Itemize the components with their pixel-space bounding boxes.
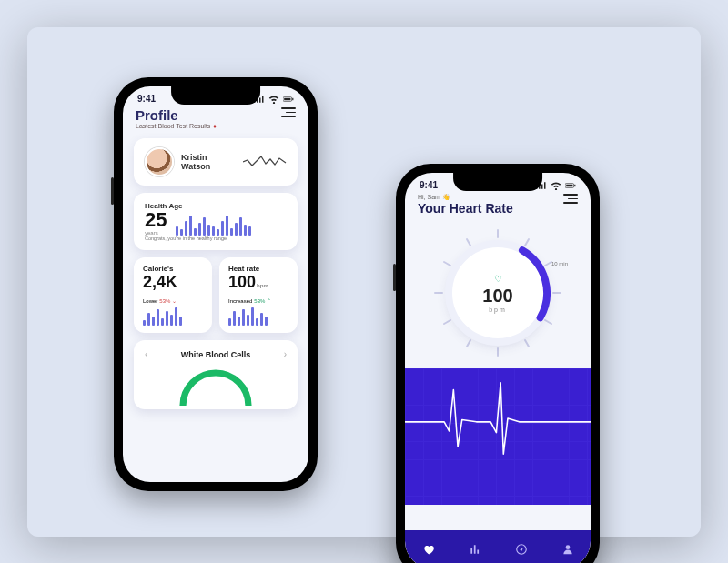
subtitle-text: Lastest Blood Test Results bbox=[136, 123, 210, 129]
blood-drop-icon: ♦ bbox=[213, 123, 217, 129]
svg-rect-5 bbox=[574, 184, 575, 186]
health-age-value-block: 25 years bbox=[145, 210, 167, 236]
heart-rate-unit: bpm bbox=[257, 283, 268, 288]
status-icons bbox=[536, 181, 576, 190]
nav-user[interactable] bbox=[554, 536, 581, 563]
chevron-up-icon: ⌃ bbox=[267, 297, 271, 304]
wbc-next-button[interactable]: › bbox=[284, 349, 287, 359]
nav-compass[interactable] bbox=[508, 536, 535, 563]
heart-rate-label: Heat rate bbox=[228, 265, 288, 273]
header-text: Hi, Sam 👋 Your Heart Rate bbox=[418, 194, 513, 216]
screen-heart-rate: 9:41 Hi, Sam 👋 Your Heart Rate bbox=[405, 173, 591, 563]
notch bbox=[171, 86, 260, 105]
svg-point-19 bbox=[442, 237, 553, 348]
status-time: 9:41 bbox=[420, 180, 438, 190]
heart-rate-value: 100 bbox=[228, 273, 256, 292]
avatar bbox=[145, 147, 174, 176]
status-icons bbox=[254, 95, 294, 104]
wifi-icon bbox=[551, 181, 561, 190]
calories-card[interactable]: Calorie's 2,4K Lower 53% ⌄ bbox=[134, 257, 212, 333]
phone-profile: 9:41 Profile Lastest Blood Test Results … bbox=[114, 77, 318, 491]
wbc-prev-button[interactable]: ‹ bbox=[145, 349, 147, 359]
wifi-icon bbox=[268, 95, 279, 104]
chevron-down-icon: ⌄ bbox=[172, 297, 177, 304]
ecg-line bbox=[405, 368, 591, 476]
profile-card[interactable]: Kristin Watson bbox=[134, 138, 298, 186]
heart-rate-delta-value: 53% bbox=[254, 298, 265, 304]
greeting: Hi, Sam 👋 bbox=[418, 194, 513, 201]
heart-rate-delta-label: Increased bbox=[228, 298, 252, 304]
battery-icon bbox=[283, 95, 294, 104]
health-age-value: 25 bbox=[145, 210, 167, 230]
calories-value: 2,4K bbox=[143, 273, 177, 292]
calories-delta-value: 53% bbox=[159, 298, 170, 304]
header: Hi, Sam 👋 Your Heart Rate bbox=[405, 190, 591, 217]
menu-icon[interactable] bbox=[563, 194, 578, 203]
nav-stats[interactable] bbox=[461, 536, 489, 563]
gauge-duration: 10 min bbox=[551, 261, 568, 266]
svg-rect-4 bbox=[566, 184, 572, 186]
heart-rate-card[interactable]: Heat rate 100bpm Increased 53% ⌃ bbox=[219, 257, 298, 333]
menu-icon[interactable] bbox=[281, 107, 296, 116]
compass-icon bbox=[515, 543, 528, 556]
metrics-row: Calorie's 2,4K Lower 53% ⌄ Heat rate 100… bbox=[134, 257, 298, 333]
gauge-ring bbox=[442, 237, 553, 348]
header: Profile Lastest Blood Test Results ♦ bbox=[123, 104, 308, 131]
heart-rate-gauge[interactable]: ♡ 100 bpm bbox=[450, 245, 546, 341]
wbc-card[interactable]: ‹ White Blood Cells › bbox=[134, 340, 298, 409]
wbc-donut bbox=[175, 365, 257, 406]
user-icon bbox=[561, 543, 574, 556]
page-subtitle: Lastest Blood Test Results ♦ bbox=[136, 123, 217, 129]
calories-delta-label: Lower bbox=[143, 298, 157, 304]
health-age-bars bbox=[176, 212, 287, 236]
svg-rect-2 bbox=[292, 97, 293, 99]
ecg-panel bbox=[405, 368, 591, 505]
svg-point-21 bbox=[565, 545, 570, 549]
mockup-canvas: 9:41 Profile Lastest Blood Test Results … bbox=[27, 27, 701, 537]
svg-rect-1 bbox=[284, 97, 290, 99]
header-text: Profile Lastest Blood Test Results ♦ bbox=[136, 107, 217, 129]
profile-name: Kristin Watson bbox=[181, 153, 236, 171]
heart-rate-bars bbox=[228, 307, 288, 326]
battery-icon bbox=[565, 181, 576, 190]
nav-heart[interactable] bbox=[415, 536, 442, 563]
health-age-card[interactable]: Health Age 25 years Congrats, you're in … bbox=[134, 193, 298, 250]
notch bbox=[453, 173, 542, 191]
phone-heart-rate: 9:41 Hi, Sam 👋 Your Heart Rate bbox=[396, 164, 600, 563]
calories-bars bbox=[143, 307, 203, 326]
screen-profile: 9:41 Profile Lastest Blood Test Results … bbox=[123, 86, 308, 482]
heart-rate-delta: Increased 53% ⌃ bbox=[228, 297, 288, 304]
gauge-section: 10 min ♡ 100 bpm bbox=[405, 225, 591, 361]
stats-icon bbox=[469, 543, 481, 556]
bottom-nav bbox=[405, 530, 591, 563]
calories-delta: Lower 53% ⌄ bbox=[143, 297, 203, 304]
page-title: Profile bbox=[136, 107, 217, 123]
profile-sparkline bbox=[243, 151, 287, 173]
heart-icon bbox=[422, 543, 435, 556]
wbc-title: White Blood Cells bbox=[181, 350, 251, 359]
status-time: 9:41 bbox=[137, 94, 156, 104]
health-age-note: Congrats, you're in the healthy range. bbox=[145, 236, 287, 241]
page-title: Your Heart Rate bbox=[418, 201, 513, 216]
calories-label: Calorie's bbox=[143, 265, 203, 273]
gauge-area: 10 min ♡ 100 bpm bbox=[430, 225, 566, 361]
